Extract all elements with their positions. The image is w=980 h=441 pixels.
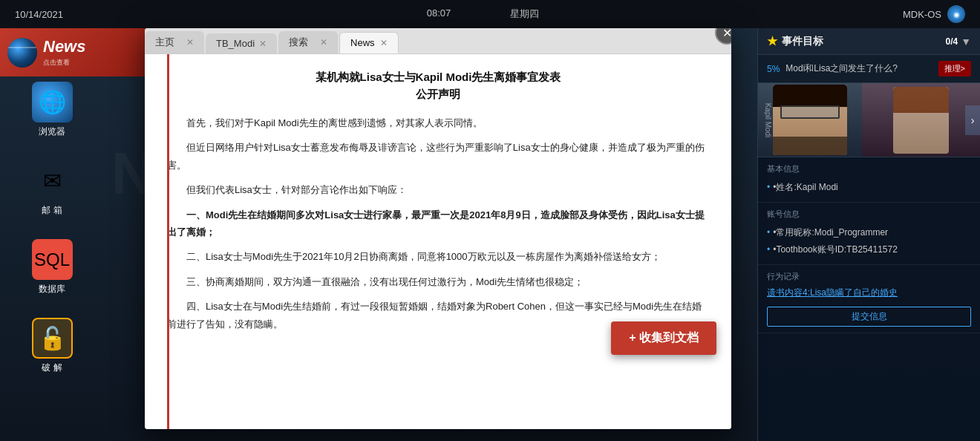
chevron-down-icon[interactable]: ▼ bbox=[961, 36, 971, 48]
browser-icon: 🌐 bbox=[32, 82, 73, 122]
avatar-face-lisa bbox=[893, 87, 949, 154]
browser-icon-item[interactable]: 🌐 浏览器 bbox=[22, 82, 82, 138]
toothbook-info: •Toothbook账号ID:TB25411572 bbox=[767, 241, 971, 258]
profile-images: Kapil Modi › bbox=[758, 83, 980, 157]
mdk-logo: ◉ bbox=[947, 5, 965, 23]
tab-tb-modi-label: TB_Modi bbox=[216, 38, 255, 49]
tab-tb-modi-close[interactable]: ✕ bbox=[259, 39, 267, 49]
reason-button[interactable]: 推理> bbox=[938, 61, 971, 76]
browser-label: 浏览器 bbox=[39, 125, 65, 138]
event-target-title: ★ 事件目标 bbox=[767, 34, 823, 48]
news-widget-sub: 点击查看 bbox=[43, 58, 85, 68]
tab-home-label: 主页 bbox=[155, 36, 174, 49]
article-body: 首先，我们对于Kapil Modi先生的离世感到遗憾，对其家人表示同情。 但近日… bbox=[167, 114, 709, 333]
tab-news-label: News bbox=[350, 37, 375, 48]
database-icon: SQL bbox=[32, 239, 73, 280]
os-label: MDK-OS bbox=[903, 9, 941, 20]
top-bar-weekday: 星期四 bbox=[510, 7, 539, 21]
hack-icon-item[interactable]: 🔓 破 解 bbox=[22, 318, 82, 374]
tab-search-close[interactable]: ✕ bbox=[320, 37, 327, 48]
mail-icon-item[interactable]: ✉ 邮 箱 bbox=[22, 160, 82, 217]
tab-news-close[interactable]: ✕ bbox=[380, 38, 388, 48]
submit-button[interactable]: 提交信息 bbox=[767, 307, 971, 327]
event-question: 5% Modi和Lisa之间发生了什么? 推理> bbox=[758, 55, 980, 83]
mail-icon: ✉ bbox=[32, 160, 73, 201]
star-icon: ★ bbox=[767, 34, 777, 48]
browser-content: 某机构就Lisa女士与Kapil Modi先生离婚事宜发表公开声明 首先，我们对… bbox=[145, 54, 731, 429]
account-info-section: 账号信息 •常用昵称:Modi_Programmer •Toothbook账号I… bbox=[758, 203, 980, 265]
tab-bar: 主页 ✕ TB_Modi ✕ 搜索 ✕ News ✕ bbox=[145, 28, 731, 54]
mail-label: 邮 箱 bbox=[42, 204, 62, 217]
top-bar-right: MDK-OS ◉ bbox=[903, 5, 965, 23]
news-globe-icon bbox=[7, 38, 37, 68]
progress-text: 0/4 bbox=[945, 36, 958, 47]
tab-home-close[interactable]: ✕ bbox=[186, 37, 194, 48]
tab-news[interactable]: News ✕ bbox=[339, 32, 399, 53]
behavior-title: 行为记录 bbox=[767, 271, 971, 282]
kapil-label: Kapil Modi bbox=[764, 102, 772, 137]
kapil-avatar: Kapil Modi bbox=[758, 83, 862, 157]
article-item1: 一、Modi先生在结婚期间多次对Lisa女士进行家暴，最严重一次是2021年8月… bbox=[167, 206, 709, 241]
avatar-face-kapil bbox=[773, 85, 847, 155]
tab-search-label: 搜索 bbox=[289, 36, 308, 49]
name-info: •姓名:Kapil Modi bbox=[767, 179, 971, 196]
tab-home[interactable]: 主页 ✕ bbox=[145, 31, 204, 53]
profile-next-icon[interactable]: › bbox=[965, 105, 980, 135]
database-icon-item[interactable]: SQL 数据库 bbox=[22, 239, 82, 295]
event-target-label: 事件目标 bbox=[782, 35, 823, 48]
news-widget[interactable]: News 点击查看 bbox=[0, 28, 163, 76]
article-item2: 二、Lisa女士与Modi先生于2021年10月2日协商离婚，同意将1000万欧… bbox=[167, 248, 709, 265]
red-line-decoration bbox=[167, 54, 169, 429]
top-bar-time: 08:07 bbox=[427, 7, 451, 21]
article-title: 某机构就Lisa女士与Kapil Modi先生离婚事宜发表公开声明 bbox=[167, 69, 709, 102]
article-p2: 但近日网络用户针对Lisa女士蓄意发布侮辱及诽谤言论，这些行为严重影响了Lisa… bbox=[167, 139, 709, 174]
desktop-icons: 🌐 浏览器 ✉ 邮 箱 SQL 数据库 🔓 破 解 bbox=[0, 82, 163, 374]
top-bar: 10/14/2021 08:07 星期四 MDK-OS ◉ bbox=[0, 0, 980, 28]
article-p3: 但我们代表Lisa女士，针对部分言论作出如下响应： bbox=[167, 181, 709, 198]
behavior-link[interactable]: 遗书内容4:Lisa隐瞒了自己的婚史 bbox=[767, 287, 971, 299]
right-panel: ★ 事件目标 0/4 ▼ 5% Modi和Lisa之间发生了什么? 推理> Ka… bbox=[757, 28, 980, 441]
hack-icon: 🔓 bbox=[32, 318, 73, 359]
lisa-avatar bbox=[862, 83, 980, 157]
basic-info-title: 基本信息 bbox=[767, 163, 971, 174]
behavior-section: 行为记录 遗书内容4:Lisa隐瞒了自己的婚史 提交信息 bbox=[758, 265, 980, 333]
account-info-title: 账号信息 bbox=[767, 209, 971, 220]
nickname-info: •常用昵称:Modi_Programmer bbox=[767, 224, 971, 241]
article-p1: 首先，我们对于Kapil Modi先生的离世感到遗憾，对其家人表示同情。 bbox=[167, 114, 709, 131]
basic-info-section: 基本信息 •姓名:Kapil Modi bbox=[758, 157, 980, 203]
tab-search[interactable]: 搜索 ✕ bbox=[278, 31, 338, 53]
news-widget-label: News bbox=[43, 37, 85, 56]
collect-button[interactable]: 收集到文档 bbox=[611, 321, 716, 355]
article-item3: 三、协商离婚期间，双方沟通一直很融洽，没有出现任何过激行为，Modi先生情绪也很… bbox=[167, 273, 709, 290]
top-bar-date: 10/14/2021 bbox=[15, 9, 63, 20]
profile-card: Kapil Modi › bbox=[758, 83, 980, 157]
progress-badge: 0/4 ▼ bbox=[945, 36, 971, 48]
tab-tb-modi[interactable]: TB_Modi ✕ bbox=[206, 33, 277, 53]
event-question-text: Modi和Lisa之间发生了什么? bbox=[785, 62, 938, 75]
progress-pct: 5% bbox=[767, 64, 780, 74]
browser-window: ✕ 主页 ✕ TB_Modi ✕ 搜索 ✕ News ✕ 某机构就Lisa女士与… bbox=[145, 28, 731, 429]
hack-label: 破 解 bbox=[42, 362, 62, 374]
database-label: 数据库 bbox=[39, 283, 65, 295]
right-panel-header: ★ 事件目标 0/4 ▼ bbox=[758, 28, 980, 55]
